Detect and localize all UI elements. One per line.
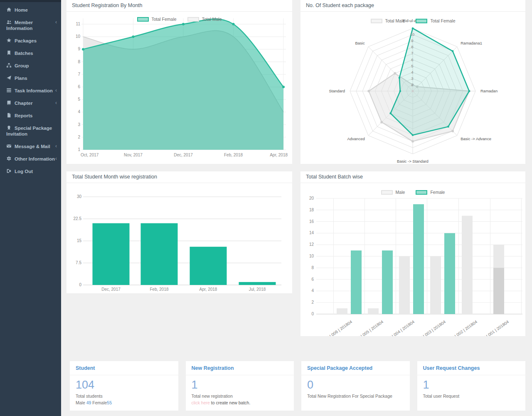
svg-text:1: 1 (78, 147, 80, 152)
svg-text:BATCH 001 | 201804: BATCH 001 | 201804 (475, 319, 510, 336)
svg-text:BATCH 002 | 201804: BATCH 002 | 201804 (443, 319, 478, 336)
sidebar-item-special-package-invitation[interactable]: Special Package Invitation (0, 122, 61, 140)
card-line-text: Female (91, 400, 107, 405)
chevron-left-icon: ‹ (55, 20, 57, 25)
card-line: Total new registration (192, 393, 288, 399)
sidebar-item-label: Reports (15, 113, 32, 118)
sidebar-item-group[interactable]: Group (0, 59, 61, 72)
legend-label: Female (430, 190, 445, 195)
card-title: Special Package Accepted (301, 361, 410, 375)
card-new-registration: New Registration1Total new registrationc… (186, 361, 294, 411)
sidebar-item-log-out[interactable]: Log Out (0, 165, 61, 178)
sidebar-item-task-information[interactable]: ‹Task Information (0, 84, 61, 97)
click-here-link[interactable]: click here (192, 400, 210, 405)
card-line: Total user Request (423, 393, 520, 399)
legend-item-total-female[interactable]: Total Female (416, 18, 455, 23)
card-line-text: 55 (107, 400, 112, 405)
card-line-text: Male (76, 400, 86, 405)
sidebar-item-label: Other Information (15, 156, 55, 161)
chevron-left-icon: ‹ (55, 88, 57, 93)
card-user-request-changes: User Request Changes1Total user Request (417, 361, 526, 411)
svg-text:BATCH 005 | 201804: BATCH 005 | 201804 (350, 319, 384, 336)
card-number: 104 (76, 379, 172, 391)
svg-text:16: 16 (309, 219, 314, 224)
panel-title: No. Of Student each package (300, 0, 525, 12)
bar-chart: 07.51522.530Dec, 2017Feb, 2018Apr, 2018J… (66, 183, 292, 293)
sidebar-item-member-information[interactable]: ‹Member Information (0, 16, 61, 35)
card-body: 1Total new registrationclick here to cre… (186, 375, 294, 411)
radar-chart-body: Total MaleTotal Female 2345678910Eid-ul-… (300, 12, 525, 164)
card-line-text: Total new registration (192, 394, 233, 399)
chart-row-1: Student Registration By Month Total Fema… (66, 0, 525, 164)
chart-legend: Total MaleTotal Female (300, 18, 525, 23)
stat-cards-row: Student104Total studentsMale 49 Female55… (70, 361, 525, 411)
svg-text:3: 3 (78, 122, 80, 127)
svg-text:Basic -> Standard: Basic -> Standard (397, 159, 429, 163)
sidebar-item-label: Home (15, 7, 28, 12)
sidebar-item-home[interactable]: Home (0, 4, 61, 16)
sidebar-item-message-mail[interactable]: ‹Message & Mail (0, 140, 61, 153)
svg-text:15: 15 (77, 238, 82, 243)
svg-text:7.5: 7.5 (76, 260, 81, 265)
svg-text:0: 0 (79, 282, 81, 287)
chevron-left-icon: ‹ (55, 100, 57, 106)
sidebar-item-chapter[interactable]: ‹Chapter (0, 97, 61, 109)
svg-text:Apr, 2018: Apr, 2018 (200, 287, 217, 292)
main-content: Student Registration By Month Total Fema… (61, 0, 532, 416)
svg-text:6: 6 (78, 84, 80, 89)
svg-text:Oct, 2017: Oct, 2017 (81, 153, 99, 157)
card-title: New Registration (186, 361, 294, 375)
svg-text:4: 4 (411, 70, 413, 74)
sidebar-item-reports[interactable]: Reports (0, 109, 61, 122)
home-icon (6, 7, 12, 12)
radar-chart: 2345678910Eid-ul-adhaRamadana1RamadanBas… (300, 12, 525, 164)
svg-text:Ramadana1: Ramadana1 (461, 41, 482, 45)
grouped-bar-chart: 02468101214161820BATCH 006 | 201804BATCH… (300, 183, 525, 336)
svg-text:Feb, 2018: Feb, 2018 (150, 287, 168, 292)
sidebar-item-plans[interactable]: Plans (0, 72, 61, 84)
sidebar-item-batches[interactable]: Batches (0, 47, 61, 59)
star-icon (6, 38, 12, 43)
legend-item-male[interactable]: Male (381, 190, 405, 195)
svg-text:8: 8 (311, 265, 314, 270)
legend-item-total-male[interactable]: Total Male (187, 17, 222, 22)
sidebar-item-other-information[interactable]: ‹Other Information (0, 153, 61, 165)
radar-chart-svg: 2345678910Eid-ul-adhaRamadana1RamadanBas… (300, 12, 525, 164)
card-line-text: Total user Request (423, 394, 460, 399)
sidebar-item-label: Batches (15, 51, 33, 56)
logout-icon (6, 168, 12, 173)
chevron-left-icon: ‹ (55, 156, 57, 161)
svg-text:7: 7 (78, 72, 80, 77)
bar-chart-svg: 07.51522.530Dec, 2017Feb, 2018Apr, 2018J… (66, 183, 292, 293)
panel-students-per-package: No. Of Student each package Total MaleTo… (300, 0, 525, 164)
panel-title: Student Registration By Month (66, 0, 292, 12)
svg-text:9: 9 (78, 47, 80, 51)
svg-text:7: 7 (411, 51, 413, 55)
legend-item-total-female[interactable]: Total Female (137, 17, 177, 22)
svg-text:Advanced: Advanced (347, 136, 365, 141)
card-line: Total New Registration For Special Packa… (307, 393, 404, 399)
area-chart-svg: 1234567891011Oct, 2017Nov, 2017Dec, 2017… (66, 12, 292, 164)
legend-item-total-male[interactable]: Total Male (371, 18, 405, 23)
svg-text:Jul, 2018: Jul, 2018 (249, 287, 266, 292)
envelope-icon (6, 144, 12, 149)
sidebar-item-packages[interactable]: Packages (0, 35, 61, 47)
svg-text:9: 9 (411, 38, 413, 43)
card-title: Student (70, 361, 178, 375)
svg-text:18: 18 (309, 208, 314, 212)
card-line-text: to create new batch. (210, 400, 250, 405)
certificate-icon (6, 125, 12, 130)
legend-item-female[interactable]: Female (416, 190, 445, 195)
svg-text:BATCH 004 | 201804: BATCH 004 | 201804 (381, 319, 416, 336)
paper-plane-icon (6, 75, 12, 80)
book-icon (6, 100, 12, 105)
panel-title: Total Student Month wise registration (66, 171, 292, 183)
panel-title: Total Student Batch wise (300, 171, 525, 183)
sidebar-item-label: Chapter (15, 101, 32, 106)
panel-batch-wise: Total Student Batch wise MaleFemale 0246… (300, 171, 525, 336)
svg-text:Basic -> Advance: Basic -> Advance (461, 136, 491, 141)
card-line-text: Total New Registration For Special Packa… (307, 394, 392, 399)
card-line-text: 49 (86, 400, 91, 405)
svg-text:12: 12 (309, 242, 314, 247)
svg-text:Nov, 2017: Nov, 2017 (124, 153, 143, 157)
